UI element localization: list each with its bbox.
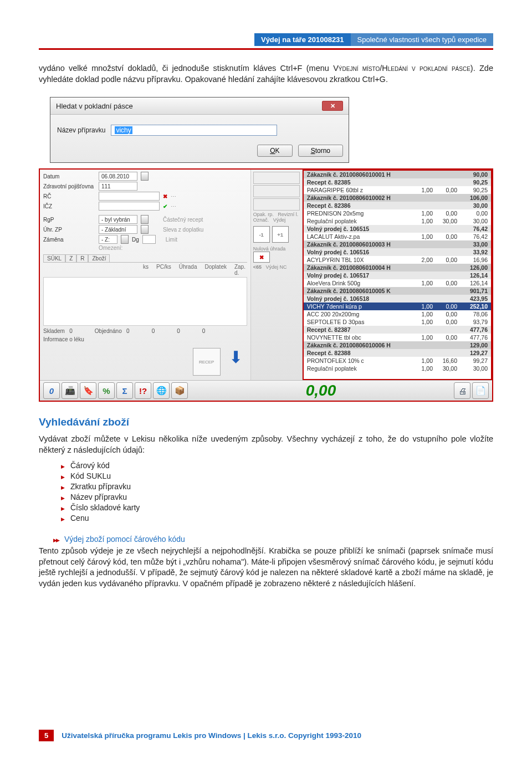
para-barcode: Tento způsob výdeje je ze všech nejrychl… [39, 546, 493, 589]
list-item: Cenu [61, 514, 493, 522]
receipt-row[interactable]: Recept č. 8238630,00 [304, 202, 491, 209]
row-amount: 99,27 [457, 357, 488, 364]
tag-icon[interactable]: 🔖 [80, 382, 96, 399]
receipt-row[interactable]: PARAGRIPPE 60tbl z1,000,0090,25 [304, 186, 491, 194]
check-icon[interactable]: ✔ [163, 203, 167, 209]
dialog-titlebar: Hledat v pokladní pásce ✕ [50, 98, 349, 115]
delete-icon[interactable]: ✖ [253, 252, 270, 263]
receipt-row[interactable]: Recept č. 82387477,76 [304, 326, 491, 334]
dots-icon[interactable]: ⋯ [171, 193, 176, 199]
sub-h-text: Výdej zboží pomocí čárového kódu [64, 535, 185, 544]
receipt-row[interactable]: SEPTOLETE D 30pas1,000,0093,79 [304, 318, 491, 326]
dropdown-icon[interactable] [141, 215, 149, 224]
arrow-down-icon[interactable]: ⬇ [225, 346, 247, 368]
row-col2: 0,00 [433, 210, 457, 217]
zero-icon[interactable]: 0 [43, 382, 60, 399]
zamena-field[interactable]: - Z: [99, 235, 117, 244]
receipt-row[interactable]: AloeVera Drink 500g1,000,00126,14 [304, 279, 491, 287]
receipt-tape[interactable]: Zákazník č. 20100806010001 H90,00Recept … [303, 170, 492, 380]
receipt-row[interactable]: Regulační poplatek1,0030,0030,00 [304, 365, 491, 372]
tab-r[interactable]: R [76, 254, 88, 262]
receipt-row[interactable]: PRONTOFLEX 10% c1,0016,6099,27 [304, 357, 491, 365]
row-name: Zákazník č. 20100806010003 H [307, 241, 457, 248]
col-ks: ks [143, 264, 149, 276]
total-amount: 0,00 [306, 382, 336, 399]
globe-icon[interactable]: 🌐 [153, 382, 170, 399]
para-search-methods: Vydávat zboží můžete v Lekisu několika n… [39, 434, 493, 455]
receipt-row[interactable]: Recept č. 8238590,25 [304, 178, 491, 186]
dialog-title: Hledat v pokladní pásce [56, 102, 133, 110]
receipt-row[interactable]: VICHY 7denní kúra p1,000,00252,10 [304, 303, 491, 310]
receipt-row[interactable]: ACC 200 20x200mg1,000,0078,06 [304, 310, 491, 318]
printer-icon[interactable]: 🖨 [454, 382, 470, 399]
insurance-field[interactable]: 111 [99, 182, 137, 191]
receipt-row[interactable]: Volný prodej č. 10651576,42 [304, 225, 491, 233]
row-qty: 2,00 [412, 257, 433, 263]
lt65-label: <65 [253, 264, 262, 270]
row-name: Recept č. 82385 [307, 179, 457, 186]
sigma-icon[interactable]: Σ [116, 382, 133, 399]
rgp-field[interactable]: - byl vybrán [99, 215, 137, 224]
rc-field[interactable] [99, 192, 160, 201]
x-icon[interactable]: ✖ [163, 193, 167, 199]
receipt-row[interactable]: Volný prodej č. 106517126,14 [304, 271, 491, 279]
minus-one-button[interactable]: -1 [253, 226, 270, 243]
tab-zbozi[interactable]: Zboží [88, 254, 110, 262]
row-amount: 33,92 [457, 249, 488, 255]
receipt-row[interactable]: LACALUT Aktiv-z.pa1,000,0076,42 [304, 233, 491, 240]
info-icon[interactable]: !? [135, 382, 151, 399]
product-name-input[interactable]: vichy [111, 125, 277, 136]
dg-field[interactable] [142, 235, 156, 244]
uhr-label: Úhr. ZP [43, 227, 95, 233]
storno-button[interactable]: StornoStorno [298, 145, 343, 157]
dots-icon-2[interactable]: ⋯ [171, 203, 176, 209]
doc-icon[interactable]: 📄 [472, 382, 489, 399]
receipt-row[interactable]: Zákazník č. 20100806010002 H106,00 [304, 194, 491, 202]
plus-one-button[interactable]: +1 [272, 226, 289, 243]
receipt-row[interactable]: ACYLPYRIN TBL 10X2,000,0016,96 [304, 256, 491, 264]
uhr-field[interactable]: - Základní [99, 225, 137, 234]
product-name-label: Název přípravku [57, 126, 105, 134]
close-icon[interactable]: ✕ [322, 101, 343, 111]
receipt-row[interactable]: Zákazník č. 20100806010005 K901,71 [304, 287, 491, 295]
table-blank [43, 277, 247, 326]
row-qty: 1,00 [412, 319, 433, 325]
icz-field[interactable] [99, 202, 160, 211]
header-tag: Výdej na táře 201008231 [254, 33, 351, 46]
row-name: PRONTOFLEX 10% c [307, 357, 412, 364]
row-amount: 16,96 [457, 257, 488, 263]
dropdown-icon[interactable] [121, 235, 129, 244]
row-qty: 1,00 [412, 280, 433, 286]
zamena-label: Záměna [43, 237, 95, 243]
dropdown-icon[interactable] [141, 225, 149, 234]
receipt-row[interactable]: Zákazník č. 20100806010003 H33,00 [304, 240, 491, 248]
receipt-row[interactable]: Zákazník č. 20100806010001 H90,00 [304, 171, 491, 178]
list-item: Zkratku přípravku [61, 482, 493, 491]
tab-sukl[interactable]: SÚKL [43, 254, 65, 262]
calc-icon[interactable]: 📠 [62, 382, 78, 399]
receipt-row[interactable]: Volný prodej č. 106518423,95 [304, 295, 491, 303]
ok-button[interactable]: OOKK [257, 145, 292, 157]
date-dropdown-icon[interactable] [141, 172, 149, 181]
tab-z[interactable]: Z [65, 254, 76, 262]
receipt-row[interactable]: PREDNISON 20x5mg1,000,000,00 [304, 209, 491, 217]
receipt-row[interactable]: Zákazník č. 20100806010004 H126,00 [304, 264, 491, 271]
receipt-row[interactable]: Regulační poplatek1,0030,0030,00 [304, 217, 491, 225]
receipt-row[interactable]: Zákazník č. 20100806010006 H129,00 [304, 341, 491, 349]
page-number: 5 [39, 730, 54, 741]
row-qty: 1,00 [412, 187, 433, 193]
rc-label: RČ [43, 193, 95, 199]
receipt-row[interactable]: Volný prodej č. 10651633,92 [304, 248, 491, 256]
box-icon[interactable]: 📦 [171, 382, 188, 399]
receipt-row[interactable]: Recept č. 82388129,27 [304, 349, 491, 357]
receipt-icon[interactable]: RECEP [193, 348, 221, 376]
search-dialog: Hledat v pokladní pásce ✕ Název přípravk… [50, 97, 349, 163]
receipt-row[interactable]: NOVYNETTE tbl obc1,000,00477,76 [304, 334, 491, 341]
row-name: PARAGRIPPE 60tbl z [307, 187, 412, 193]
row-amount: 76,42 [457, 226, 488, 232]
date-field[interactable]: 06.08.2010 [99, 172, 137, 181]
row-col2: 0,00 [433, 303, 457, 310]
percent-icon[interactable]: % [98, 382, 115, 399]
row-qty: 1,00 [412, 357, 433, 364]
page-footer: 5 Uživatelská příručka programu Lekis pr… [39, 730, 493, 741]
